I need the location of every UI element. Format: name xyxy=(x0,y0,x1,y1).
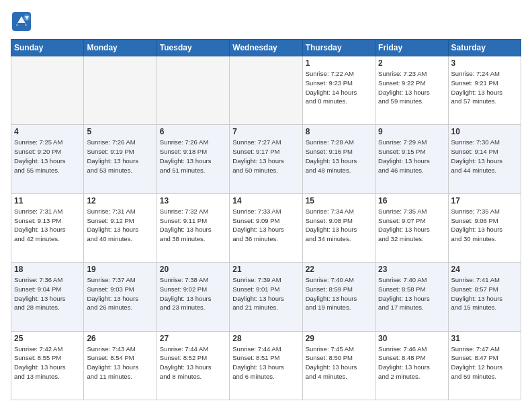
day-info: Sunrise: 7:24 AM Sunset: 9:21 PM Dayligh… xyxy=(451,69,518,106)
day-info: Sunrise: 7:33 AM Sunset: 9:09 PM Dayligh… xyxy=(232,207,299,244)
day-number: 19 xyxy=(87,265,153,274)
day-number: 30 xyxy=(378,334,445,343)
day-info: Sunrise: 7:28 AM Sunset: 9:16 PM Dayligh… xyxy=(306,138,372,175)
day-info: Sunrise: 7:46 AM Sunset: 8:48 PM Dayligh… xyxy=(378,345,445,381)
calendar-week-row: 25Sunrise: 7:42 AM Sunset: 8:55 PM Dayli… xyxy=(11,331,521,400)
calendar-cell: 13Sunrise: 7:32 AM Sunset: 9:11 PM Dayli… xyxy=(157,193,229,262)
day-info: Sunrise: 7:35 AM Sunset: 9:06 PM Dayligh… xyxy=(451,207,518,244)
day-info: Sunrise: 7:27 AM Sunset: 9:17 PM Dayligh… xyxy=(232,138,299,175)
calendar-cell: 3Sunrise: 7:24 AM Sunset: 9:21 PM Daylig… xyxy=(448,56,521,125)
day-number: 12 xyxy=(87,196,153,205)
calendar-cell: 23Sunrise: 7:40 AM Sunset: 8:58 PM Dayli… xyxy=(375,263,448,331)
day-info: Sunrise: 7:35 AM Sunset: 9:07 PM Dayligh… xyxy=(378,207,445,244)
calendar-cell: 4Sunrise: 7:25 AM Sunset: 9:20 PM Daylig… xyxy=(11,125,84,193)
day-info: Sunrise: 7:45 AM Sunset: 8:50 PM Dayligh… xyxy=(306,345,372,381)
calendar-cell: 14Sunrise: 7:33 AM Sunset: 9:09 PM Dayli… xyxy=(230,193,302,262)
day-number: 7 xyxy=(232,127,299,136)
calendar-cell: 15Sunrise: 7:34 AM Sunset: 9:08 PM Dayli… xyxy=(302,193,375,262)
calendar-header-row: SundayMondayTuesdayWednesdayThursdayFrid… xyxy=(11,40,521,56)
calendar-cell: 6Sunrise: 7:26 AM Sunset: 9:18 PM Daylig… xyxy=(157,125,229,193)
day-number: 15 xyxy=(306,196,372,205)
day-number: 1 xyxy=(306,58,372,68)
weekday-header-wednesday: Wednesday xyxy=(230,40,302,56)
calendar-cell: 26Sunrise: 7:43 AM Sunset: 8:54 PM Dayli… xyxy=(84,331,157,400)
day-info: Sunrise: 7:34 AM Sunset: 9:08 PM Dayligh… xyxy=(306,207,372,244)
day-info: Sunrise: 7:44 AM Sunset: 8:52 PM Dayligh… xyxy=(160,345,226,381)
calendar-cell xyxy=(11,56,84,125)
calendar-cell: 7Sunrise: 7:27 AM Sunset: 9:17 PM Daylig… xyxy=(230,125,302,193)
calendar-cell: 24Sunrise: 7:41 AM Sunset: 8:57 PM Dayli… xyxy=(448,263,521,331)
calendar-cell xyxy=(157,56,229,125)
weekday-header-tuesday: Tuesday xyxy=(157,40,229,56)
day-number: 16 xyxy=(378,196,445,205)
calendar-cell: 25Sunrise: 7:42 AM Sunset: 8:55 PM Dayli… xyxy=(11,331,84,400)
calendar-cell xyxy=(84,56,157,125)
day-info: Sunrise: 7:29 AM Sunset: 9:15 PM Dayligh… xyxy=(378,138,445,175)
day-number: 9 xyxy=(378,127,445,136)
calendar-cell: 10Sunrise: 7:30 AM Sunset: 9:14 PM Dayli… xyxy=(448,125,521,193)
day-info: Sunrise: 7:40 AM Sunset: 8:59 PM Dayligh… xyxy=(306,275,372,312)
calendar-week-row: 18Sunrise: 7:36 AM Sunset: 9:04 PM Dayli… xyxy=(11,263,521,331)
calendar-cell: 22Sunrise: 7:40 AM Sunset: 8:59 PM Dayli… xyxy=(302,263,375,331)
calendar-cell: 12Sunrise: 7:31 AM Sunset: 9:12 PM Dayli… xyxy=(84,193,157,262)
day-number: 26 xyxy=(87,334,153,343)
weekday-header-sunday: Sunday xyxy=(11,40,84,56)
day-number: 5 xyxy=(87,127,153,136)
day-number: 20 xyxy=(160,265,226,274)
day-number: 23 xyxy=(378,265,445,274)
day-number: 29 xyxy=(306,334,372,343)
day-number: 13 xyxy=(160,196,226,205)
calendar-cell: 20Sunrise: 7:38 AM Sunset: 9:02 PM Dayli… xyxy=(157,263,229,331)
day-info: Sunrise: 7:31 AM Sunset: 9:13 PM Dayligh… xyxy=(14,207,81,244)
day-number: 22 xyxy=(306,265,372,274)
calendar-cell: 31Sunrise: 7:47 AM Sunset: 8:47 PM Dayli… xyxy=(448,331,521,400)
day-number: 6 xyxy=(160,127,226,136)
weekday-header-thursday: Thursday xyxy=(302,40,375,56)
calendar-cell: 30Sunrise: 7:46 AM Sunset: 8:48 PM Dayli… xyxy=(375,331,448,400)
day-info: Sunrise: 7:43 AM Sunset: 8:54 PM Dayligh… xyxy=(87,345,153,381)
logo xyxy=(11,11,35,32)
weekday-header-monday: Monday xyxy=(84,40,157,56)
calendar-cell: 11Sunrise: 7:31 AM Sunset: 9:13 PM Dayli… xyxy=(11,193,84,262)
day-info: Sunrise: 7:22 AM Sunset: 9:23 PM Dayligh… xyxy=(306,69,372,106)
day-number: 4 xyxy=(14,127,81,136)
calendar-cell: 29Sunrise: 7:45 AM Sunset: 8:50 PM Dayli… xyxy=(302,331,375,400)
day-number: 2 xyxy=(378,58,445,68)
header xyxy=(11,11,521,32)
day-number: 17 xyxy=(451,196,518,205)
calendar-cell: 8Sunrise: 7:28 AM Sunset: 9:16 PM Daylig… xyxy=(302,125,375,193)
calendar-cell: 1Sunrise: 7:22 AM Sunset: 9:23 PM Daylig… xyxy=(302,56,375,125)
day-number: 21 xyxy=(232,265,299,274)
svg-rect-2 xyxy=(17,23,26,26)
weekday-header-saturday: Saturday xyxy=(448,40,521,56)
day-info: Sunrise: 7:39 AM Sunset: 9:01 PM Dayligh… xyxy=(232,275,299,312)
calendar-cell: 2Sunrise: 7:23 AM Sunset: 9:22 PM Daylig… xyxy=(375,56,448,125)
day-number: 25 xyxy=(14,334,81,343)
calendar-cell: 5Sunrise: 7:26 AM Sunset: 9:19 PM Daylig… xyxy=(84,125,157,193)
calendar-week-row: 1Sunrise: 7:22 AM Sunset: 9:23 PM Daylig… xyxy=(11,56,521,125)
calendar-cell: 19Sunrise: 7:37 AM Sunset: 9:03 PM Dayli… xyxy=(84,263,157,331)
calendar-cell: 16Sunrise: 7:35 AM Sunset: 9:07 PM Dayli… xyxy=(375,193,448,262)
day-number: 24 xyxy=(451,265,518,274)
day-info: Sunrise: 7:42 AM Sunset: 8:55 PM Dayligh… xyxy=(14,345,81,381)
day-number: 10 xyxy=(451,127,518,136)
day-info: Sunrise: 7:38 AM Sunset: 9:02 PM Dayligh… xyxy=(160,275,226,312)
day-info: Sunrise: 7:40 AM Sunset: 8:58 PM Dayligh… xyxy=(378,275,445,312)
day-info: Sunrise: 7:47 AM Sunset: 8:47 PM Dayligh… xyxy=(451,345,518,381)
weekday-header-friday: Friday xyxy=(375,40,448,56)
day-number: 3 xyxy=(451,58,518,68)
calendar-cell: 27Sunrise: 7:44 AM Sunset: 8:52 PM Dayli… xyxy=(157,331,229,400)
calendar-cell: 28Sunrise: 7:44 AM Sunset: 8:51 PM Dayli… xyxy=(230,331,302,400)
day-info: Sunrise: 7:41 AM Sunset: 8:57 PM Dayligh… xyxy=(451,275,518,312)
day-info: Sunrise: 7:36 AM Sunset: 9:04 PM Dayligh… xyxy=(14,275,81,312)
day-info: Sunrise: 7:37 AM Sunset: 9:03 PM Dayligh… xyxy=(87,275,153,312)
calendar-cell: 21Sunrise: 7:39 AM Sunset: 9:01 PM Dayli… xyxy=(230,263,302,331)
day-info: Sunrise: 7:32 AM Sunset: 9:11 PM Dayligh… xyxy=(160,207,226,244)
day-info: Sunrise: 7:26 AM Sunset: 9:18 PM Dayligh… xyxy=(160,138,226,175)
calendar-week-row: 11Sunrise: 7:31 AM Sunset: 9:13 PM Dayli… xyxy=(11,193,521,262)
logo-icon xyxy=(11,11,32,32)
calendar-cell: 17Sunrise: 7:35 AM Sunset: 9:06 PM Dayli… xyxy=(448,193,521,262)
page: SundayMondayTuesdayWednesdayThursdayFrid… xyxy=(0,0,532,411)
day-info: Sunrise: 7:30 AM Sunset: 9:14 PM Dayligh… xyxy=(451,138,518,175)
calendar-cell: 9Sunrise: 7:29 AM Sunset: 9:15 PM Daylig… xyxy=(375,125,448,193)
